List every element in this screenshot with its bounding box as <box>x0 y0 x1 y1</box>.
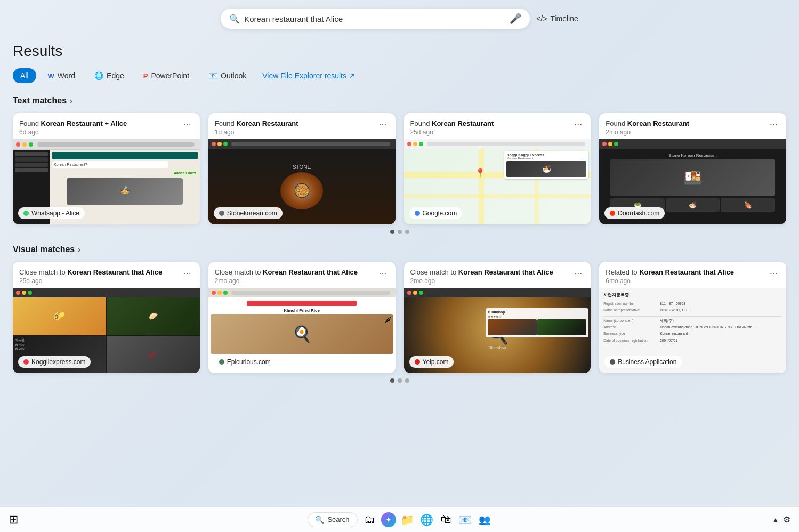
visual-match-card-0[interactable]: Close match to Korean Restaurant that Al… <box>13 262 200 373</box>
chevron-up-icon[interactable]: ▲ <box>772 516 779 523</box>
text-matches-chevron: › <box>70 96 72 105</box>
taskbar-app-teams[interactable]: 👥 <box>477 512 492 527</box>
visual-card-more-0[interactable]: ··· <box>181 268 193 278</box>
visual-card-time-3: 6mo ago <box>606 277 734 285</box>
card-image-2: 📍 Koggi Koggi Express Korean Restaurant … <box>404 139 591 224</box>
search-input[interactable] <box>244 14 505 23</box>
search-box[interactable]: 🔍 🎤 <box>221 9 530 29</box>
visual-source-0: Koggiiexpress.com <box>18 356 91 368</box>
gear-icon[interactable]: ⚙ <box>783 514 790 525</box>
filter-tab-powerpoint[interactable]: P PowerPoint <box>136 68 197 83</box>
filter-tab-outlook[interactable]: 📧 Outlook <box>201 68 254 83</box>
visual-card-more-2[interactable]: ··· <box>572 268 584 278</box>
card-more-button-2[interactable]: ··· <box>572 119 584 129</box>
card-time-3: 2mo ago <box>606 128 689 136</box>
filter-tab-word-label: Word <box>58 71 75 80</box>
search-icon: 🔍 <box>229 14 240 24</box>
card-header-2: Found Korean Restaurant 25d ago ··· <box>404 113 591 139</box>
visual-card-more-1[interactable]: ··· <box>376 268 389 278</box>
taskbar-left: ⊞ <box>9 513 18 527</box>
visual-card-header-1: Close match to Korean Restaurant that Al… <box>208 262 396 288</box>
visual-card-title-3: Related to Korean Restaurant that Alice <box>606 268 734 276</box>
taskbar-app-store[interactable]: 🛍 <box>439 512 454 527</box>
powerpoint-icon: P <box>143 72 148 80</box>
card-header-1: Found Korean Restaurant 1d ago ··· <box>208 113 396 139</box>
visual-card-header-3: Related to Korean Restaurant that Alice … <box>599 262 786 288</box>
taskbar-app-mail[interactable]: 📧 <box>458 512 473 527</box>
visual-match-card-2[interactable]: Close match to Korean Restaurant that Al… <box>404 262 591 373</box>
taskbar-app-copilot[interactable]: ✦ <box>381 512 396 527</box>
visual-source-2: Yelp.com <box>409 356 454 368</box>
text-matches-header[interactable]: Text matches › <box>13 96 786 106</box>
taskbar-app-files[interactable]: 📁 <box>400 512 415 527</box>
visual-card-image-2: 🍳 Bibimbap Bibimbop ★★★★☆ <box>404 288 591 373</box>
filter-tab-edge-label: Edge <box>107 71 124 80</box>
timeline-code-icon: </> <box>536 14 547 23</box>
search-bar-area: 🔍 🎤 </> Timeline <box>0 0 799 37</box>
taskbar: ⊞ 🔍 Search 🗂 ✦ 📁 🌐 🛍 📧 👥 ▲ ⚙ <box>0 506 799 532</box>
filter-tab-edge[interactable]: 🌐 Edge <box>87 68 132 83</box>
visual-dot-1 <box>398 378 402 383</box>
filter-tab-word[interactable]: W Word <box>41 68 83 83</box>
taskbar-app-edge[interactable]: 🌐 <box>419 512 434 527</box>
card-title-1: Found Korean Restaurant <box>215 119 298 127</box>
text-match-card-2[interactable]: Found Korean Restaurant 25d ago ··· <box>404 113 591 224</box>
outlook-icon: 📧 <box>208 71 217 80</box>
card-title-3: Found Korean Restaurant <box>606 119 689 127</box>
view-file-explorer-button[interactable]: View File Explorer results ↗ <box>262 71 355 80</box>
visual-matches-chevron: › <box>78 245 80 254</box>
visual-card-title-0: Close match to Korean Restaurant that Al… <box>19 268 162 276</box>
card-image-1: STONE 🥘 Stonekorean.com <box>208 139 396 224</box>
visual-dot-0 <box>390 378 394 383</box>
card-time-1: 1d ago <box>215 128 298 136</box>
copilot-icon: ✦ <box>385 515 392 524</box>
visual-card-image-0: 🌮 🥟 메뉴판 ₩ 420 ₩ 250 🥢 Koggiiexpress.com <box>13 288 200 373</box>
taskbar-search-box[interactable]: 🔍 Search <box>307 512 357 527</box>
visual-card-time-0: 25d ago <box>19 277 162 285</box>
visual-card-time-1: 2mo ago <box>215 277 358 285</box>
visual-card-title-1: Close match to Korean Restaurant that Al… <box>215 268 358 276</box>
windows-icon: ⊞ <box>9 513 18 527</box>
taskbar-search-label: Search <box>327 515 349 523</box>
card-time-2: 25d ago <box>410 128 494 136</box>
timeline-label: Timeline <box>550 14 578 23</box>
taskbar-app-explorer[interactable]: 🗂 <box>362 512 377 527</box>
card-source-3: Doordash.com <box>604 207 665 219</box>
taskbar-search-icon: 🔍 <box>315 515 324 524</box>
taskbar-right: ▲ ⚙ <box>772 514 790 525</box>
visual-card-title-2: Close match to Korean Restaurant that Al… <box>410 268 553 276</box>
text-matches-dots <box>13 230 786 234</box>
text-match-card-0[interactable]: Found Korean Restaurant + Alice 6d ago ·… <box>13 113 200 224</box>
text-matches-label: Text matches <box>13 96 67 106</box>
card-more-button-3[interactable]: ··· <box>768 119 780 129</box>
card-header-0: Found Korean Restaurant + Alice 6d ago ·… <box>13 113 200 139</box>
edge-icon: 🌐 <box>94 71 103 80</box>
filter-tab-all[interactable]: All <box>13 68 36 83</box>
visual-matches-cards: Close match to Korean Restaurant that Al… <box>13 262 786 373</box>
external-link-icon: ↗ <box>349 71 355 80</box>
filter-tab-outlook-label: Outlook <box>221 71 246 80</box>
card-source-0: Whatsapp - Alice <box>18 207 85 219</box>
card-title-0: Found Korean Restaurant + Alice <box>19 119 127 127</box>
visual-match-card-1[interactable]: Close match to Korean Restaurant that Al… <box>208 262 396 373</box>
visual-matches-dots <box>13 378 786 383</box>
visual-card-more-3[interactable]: ··· <box>768 268 780 278</box>
visual-matches-header[interactable]: Visual matches › <box>13 245 786 254</box>
card-source-1: Stonekorean.com <box>214 207 283 219</box>
card-image-0: Korean Restaurant? Alice's Place! 🍲 What… <box>13 139 200 224</box>
visual-dot-2 <box>405 378 409 383</box>
visual-card-image-1: Kimchi Fried Rice 🍳 🌶 Epicurious.com <box>208 288 396 373</box>
microphone-icon[interactable]: 🎤 <box>510 13 521 25</box>
text-match-card-1[interactable]: Found Korean Restaurant 1d ago ··· <box>208 113 396 224</box>
results-title: Results <box>13 43 786 60</box>
start-button[interactable]: ⊞ <box>9 513 18 527</box>
taskbar-center: 🔍 Search 🗂 ✦ 📁 🌐 🛍 📧 👥 <box>307 512 491 527</box>
card-more-button-0[interactable]: ··· <box>181 119 193 129</box>
text-matches-cards: Found Korean Restaurant + Alice 6d ago ·… <box>13 113 786 224</box>
card-image-3: Stone Korean Restaurant 🍱 🥗 🍜 🍖 Doordash… <box>599 139 786 224</box>
timeline-button[interactable]: </> Timeline <box>536 14 578 23</box>
visual-card-header-2: Close match to Korean Restaurant that Al… <box>404 262 591 288</box>
visual-match-card-3[interactable]: Related to Korean Restaurant that Alice … <box>599 262 786 373</box>
text-match-card-3[interactable]: Found Korean Restaurant 2mo ago ··· Ston… <box>599 113 786 224</box>
card-more-button-1[interactable]: ··· <box>376 119 389 129</box>
